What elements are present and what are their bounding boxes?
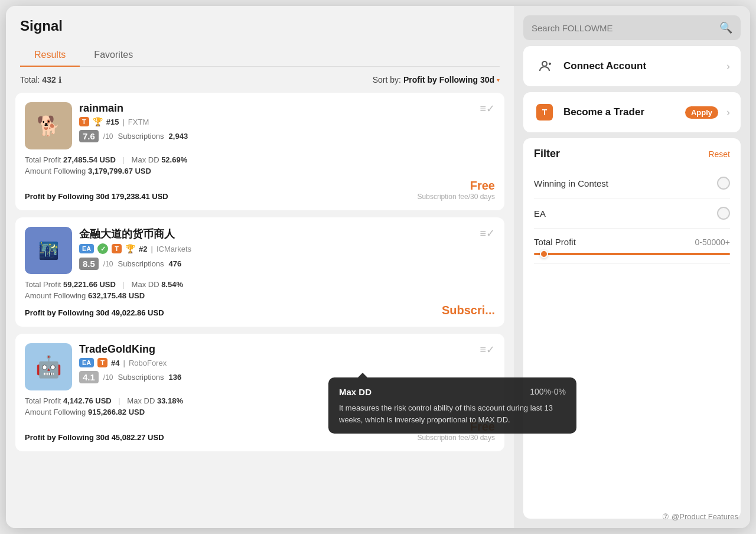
subscriptions-label: Subscriptions — [118, 132, 164, 141]
badge-trader: T — [97, 358, 107, 367]
stat-divider: | — [123, 155, 125, 164]
avatar: 🤖 — [25, 343, 72, 390]
svg-point-0 — [542, 61, 547, 66]
card-stats: Total Profit 27,485.54 USD | Max DD 52.6… — [25, 155, 495, 175]
subscription-info: Free Subscription fee/30 days — [418, 179, 495, 201]
become-trader-card[interactable]: T Become a Trader Apply › — [523, 92, 741, 132]
max-dd-label: Max DD — [132, 280, 162, 289]
max-dd-value: 33.18% — [157, 396, 183, 405]
amount-following-value: 915,266.82 USD — [88, 408, 145, 416]
card-top: 🌃 金融大道的货币商人 EA ✓ T 🏆 #2 | ICMarkets — [25, 227, 495, 274]
max-dd-label: Max DD — [132, 155, 162, 164]
total-profit-label: Total Profit — [25, 396, 63, 405]
profit-value: 49,022.86 USD — [112, 308, 164, 317]
subscription-info: Free Subscription fee/30 days — [418, 420, 495, 442]
search-icon: 🔍 — [719, 21, 732, 34]
badge-trader: T — [112, 244, 122, 253]
tab-results[interactable]: Results — [20, 44, 80, 66]
filter-item-ea: EA — [534, 198, 730, 229]
filter-total-profit: Total Profit 0-50000+ — [534, 229, 730, 264]
max-dd-value: 8.54% — [161, 280, 183, 289]
total-profit-thumb[interactable] — [540, 250, 548, 258]
right-panel: 🔍 Connect Account › T Become a Trader Ap… — [514, 6, 750, 528]
total-profit-value: 59,221.66 USD — [63, 280, 116, 289]
card-top: 🤖 TradeGoldKing EA T #4 | RoboForex 4.1 — [25, 343, 495, 390]
max-dd-label: Max DD — [127, 396, 157, 405]
badge-ea: EA — [79, 358, 94, 367]
sort-label: Sort by: — [373, 75, 401, 84]
rating-num: 8.5 — [79, 258, 99, 270]
avatar: 🐕 — [25, 102, 72, 149]
total-count-container: Total: 432 ℹ — [20, 75, 61, 84]
stat-amount-line: Amount Following 3,179,799.67 USD — [25, 167, 495, 175]
trader-list: 🐕 rainmain T 🏆 #15 | FXTM 7.6 /10 — [6, 93, 514, 528]
filter-winning-toggle[interactable] — [717, 177, 730, 190]
card-menu-icon[interactable]: ≡✓ — [480, 102, 495, 115]
app-title: Signal — [20, 18, 500, 34]
search-input[interactable] — [532, 23, 715, 33]
left-panel: Signal Results Favorites Total: 432 ℹ So… — [6, 6, 514, 528]
rating-denom: /10 — [103, 260, 113, 268]
total-number: 432 — [42, 75, 56, 84]
badges-row: EA T #4 | RoboForex — [79, 358, 472, 367]
subscriptions-count: 476 — [169, 259, 182, 268]
subscriptions-label: Subscriptions — [118, 259, 164, 268]
sort-control[interactable]: Sort by: Profit by Following 30d ▾ — [373, 75, 500, 84]
badge-trophy: 🏆 — [125, 244, 135, 253]
subscription-price: Free — [418, 420, 495, 434]
card-bottom: Profit by Following 30d 45,082.27 USD Fr… — [25, 420, 495, 442]
become-trader-icon: T — [534, 102, 555, 123]
stat-divider: | — [123, 280, 125, 289]
trader-name: rainmain — [79, 102, 472, 115]
filter-reset-button[interactable]: Reset — [708, 149, 730, 159]
total-profit-track — [534, 253, 730, 255]
total-profit-label: Total Profit — [25, 155, 63, 164]
filter-title: Filter — [534, 148, 560, 160]
subscription-price: Subscri... — [442, 304, 495, 317]
profit-label: Profit by Following 30d — [25, 192, 112, 201]
sort-value: Profit by Following 30d — [403, 75, 494, 84]
subscriptions-count: 136 — [169, 373, 182, 382]
rank-badge: #15 — [106, 118, 119, 126]
become-trader-chevron: › — [726, 106, 730, 119]
total-profit-label: Total Profit — [25, 280, 63, 289]
trader-card: 🐕 rainmain T 🏆 #15 | FXTM 7.6 /10 — [15, 93, 504, 210]
broker-name: ICMarkets — [157, 245, 191, 253]
amount-following-label: Amount Following — [25, 291, 88, 300]
badge-trophy: 🏆 — [93, 117, 103, 126]
watermark: ⑦ @Product Features — [662, 512, 738, 521]
connect-account-chevron: › — [726, 60, 730, 73]
search-bar: 🔍 — [523, 15, 741, 40]
subscription-period: Subscription fee/30 days — [418, 434, 495, 442]
filter-ea-toggle[interactable] — [717, 207, 730, 220]
broker: | — [122, 118, 124, 126]
rank-badge: #2 — [139, 245, 147, 253]
card-bottom: Profit by Following 30d 49,022.86 USD Su… — [25, 304, 495, 317]
filter-range-header: Total Profit 0-50000+ — [534, 237, 730, 247]
list-header: Total: 432 ℹ Sort by: Profit by Followin… — [6, 67, 514, 93]
trader-name: TradeGoldKing — [79, 343, 472, 356]
total-profit-value: 27,485.54 USD — [63, 155, 116, 164]
card-menu-icon[interactable]: ≡✓ — [480, 227, 495, 240]
tab-favorites[interactable]: Favorites — [80, 44, 147, 66]
left-header: Signal Results Favorites — [6, 6, 514, 67]
amount-following-label: Amount Following — [25, 408, 88, 416]
rating-row: 8.5 /10 Subscriptions 476 — [79, 258, 472, 270]
card-menu-icon[interactable]: ≡✓ — [480, 343, 495, 356]
profit-following: Profit by Following 30d 49,022.86 USD — [25, 308, 164, 317]
rating-denom: /10 — [103, 132, 113, 141]
broker: | — [123, 359, 125, 367]
amount-following-value: 632,175.48 USD — [88, 291, 145, 300]
card-top: 🐕 rainmain T 🏆 #15 | FXTM 7.6 /10 — [25, 102, 495, 149]
subscription-period: Subscription fee/30 days — [418, 193, 495, 201]
profit-following: Profit by Following 30d 45,082.27 USD — [25, 433, 164, 442]
avatar: 🌃 — [25, 227, 72, 274]
broker-name: FXTM — [128, 118, 149, 126]
app-container: Signal Results Favorites Total: 432 ℹ So… — [6, 6, 750, 528]
become-trader-label: Become a Trader — [563, 106, 677, 118]
total-profit-fill — [534, 253, 730, 255]
apply-badge[interactable]: Apply — [685, 106, 718, 119]
connect-account-card[interactable]: Connect Account › — [523, 46, 741, 86]
filter-ea-label: EA — [534, 209, 546, 219]
profit-following: Profit by Following 30d 179,238.41 USD — [25, 192, 168, 201]
